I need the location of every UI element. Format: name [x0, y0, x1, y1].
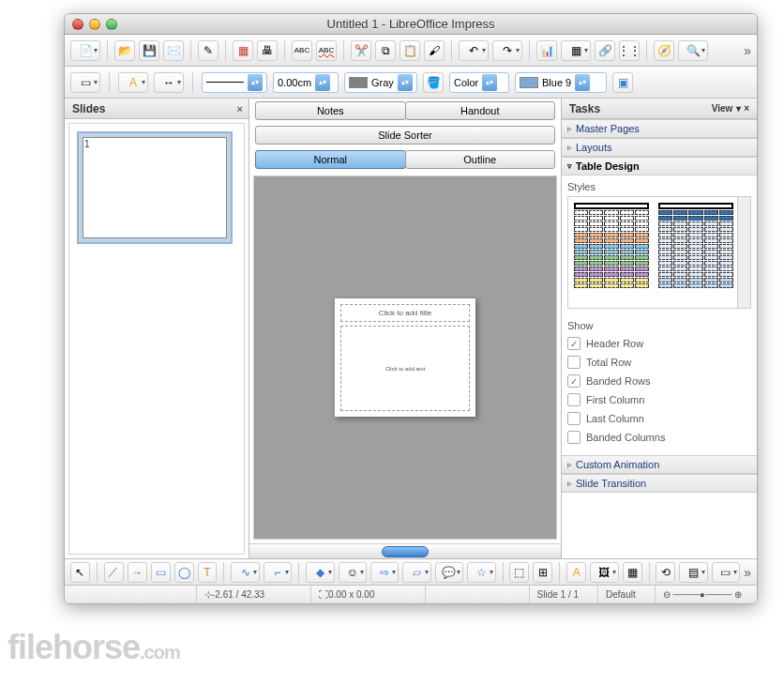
tab-slide-sorter[interactable]: Slide Sorter [255, 126, 555, 145]
rotate-tool[interactable]: ⟲ [656, 562, 675, 583]
view-panel: Notes Handout Slide Sorter Normal Outlin… [249, 99, 562, 558]
show-label: Show [567, 320, 751, 331]
fill-type-combo[interactable]: Color▴▾ [449, 72, 509, 93]
block-arrows-tool[interactable]: ⇨ [370, 562, 399, 583]
clone-format-button[interactable]: 🖌 [424, 40, 445, 61]
flowchart-tool[interactable]: ▱ [402, 562, 430, 583]
print-button[interactable]: 🖶 [257, 40, 278, 61]
arrange-tool[interactable]: ▭ [712, 562, 740, 583]
line-style-combo[interactable]: ▴▾ [202, 72, 267, 93]
line-fill-toolbar: ▭ A ↔ ▴▾ 0.00cm▴▾ Gray▴▾ 🪣 Color▴▾ Blue … [65, 67, 757, 99]
shadow-button[interactable]: ▣ [612, 72, 633, 93]
status-slide: Slide 1 / 1 [529, 586, 586, 603]
ellipse-tool[interactable]: ◯ [174, 562, 194, 583]
points-tool[interactable]: ⬚ [509, 562, 529, 583]
area-style-button[interactable]: 🪣 [423, 72, 444, 93]
horizontal-scrollbar[interactable] [249, 543, 561, 558]
zoom-controls[interactable]: ⊖ ────●──── ⊕ [655, 586, 749, 603]
chk-first-column[interactable]: First Column [567, 393, 751, 406]
toolbar-overflow-icon[interactable]: » [744, 565, 751, 580]
status-bar: ⊹ -2.61 / 42.33 ⛶ 0.00 x 0.00 Slide 1 / … [65, 585, 757, 603]
table-styles-grid[interactable] [567, 196, 751, 309]
app-window: Untitled 1 - LibreOffice Impress 📄 📂 💾 ✉… [64, 13, 758, 604]
slides-panel: Slides × 1 [65, 99, 249, 558]
status-size: ⛶ 0.00 x 0.00 [310, 586, 414, 603]
arrow-style-button[interactable]: ↔ [154, 72, 184, 93]
autospell-button[interactable]: ABC [316, 40, 337, 61]
slides-panel-header: Slides × [65, 99, 249, 119]
basic-shapes-tool[interactable]: ◆ [306, 562, 334, 583]
copy-button[interactable]: ⧉ [375, 40, 396, 61]
section-custom-animation[interactable]: ▹Custom Animation [562, 455, 757, 474]
chart-button[interactable]: 📊 [536, 40, 557, 61]
styles-label: Styles [567, 181, 751, 192]
align-tool[interactable]: ▤ [679, 562, 707, 583]
pdf-export-button[interactable]: ▦ [233, 40, 253, 61]
email-button[interactable]: ✉️ [163, 40, 184, 61]
cut-button[interactable]: ✂️ [351, 40, 371, 61]
symbol-shapes-tool[interactable]: ☺ [339, 562, 367, 583]
grid-button[interactable]: ⋮⋮ [619, 40, 640, 61]
section-slide-transition[interactable]: ▹Slide Transition [562, 474, 757, 493]
spellcheck-button[interactable]: ABC [292, 40, 312, 61]
line-width-field[interactable]: 0.00cm▴▾ [273, 72, 339, 93]
title-placeholder[interactable]: Click to add title [340, 304, 470, 322]
line-color-combo[interactable]: Gray▴▾ [344, 72, 417, 93]
gallery-button[interactable]: ▦ [623, 562, 642, 583]
standard-toolbar: 📄 📂 💾 ✉️ ✎ ▦ 🖶 ABC ABC ✂️ ⧉ 📋 🖌 ↶ ↷ 📊 ▦ … [65, 35, 757, 67]
fill-color-combo[interactable]: Blue 9▴▾ [515, 72, 607, 93]
hyperlink-button[interactable]: 🔗 [595, 40, 615, 61]
watermark-logo: filehorse.com [8, 628, 180, 667]
tab-outline[interactable]: Outline [405, 150, 556, 169]
tab-normal[interactable]: Normal [255, 150, 406, 169]
paste-button[interactable]: 📋 [400, 40, 420, 61]
text-tool[interactable]: T [198, 562, 218, 583]
undo-button[interactable]: ↶ [459, 40, 489, 61]
arrow-tool[interactable]: → [128, 562, 147, 583]
tab-handout[interactable]: Handout [405, 101, 556, 120]
zoom-button[interactable]: 🔍 [678, 40, 708, 61]
open-button[interactable]: 📂 [114, 40, 135, 61]
table-button[interactable]: ▦ [561, 40, 591, 61]
drawing-toolbar: ↖ ／ → ▭ ◯ T ∿ ⌐ ◆ ☺ ⇨ ▱ 💬 ☆ ⬚ ⊞ A 🖼 ▦ ⟲ … [65, 558, 757, 585]
tasks-panel: Tasks View ▾ × ▹Master Pages ▹Layouts ▿T… [562, 99, 757, 558]
styles-scrollbar[interactable] [737, 197, 750, 308]
rect-tool[interactable]: ▭ [151, 562, 171, 583]
section-layouts[interactable]: ▹Layouts [562, 138, 757, 157]
content-placeholder[interactable]: Click to add text [340, 326, 470, 411]
slide-thumbnail[interactable]: 1 [77, 131, 233, 244]
from-file-button[interactable]: 🖼 [590, 562, 618, 583]
connector-tool[interactable]: ⌐ [264, 562, 292, 583]
section-master-pages[interactable]: ▹Master Pages [562, 119, 757, 138]
chk-banded-rows[interactable]: ✓Banded Rows [567, 374, 751, 388]
new-doc-button[interactable]: 📄 [70, 40, 100, 61]
slide-layout-button[interactable]: ▭ [70, 72, 100, 93]
stars-tool[interactable]: ☆ [467, 562, 495, 583]
edit-button[interactable]: ✎ [198, 40, 219, 61]
navigator-button[interactable]: 🧭 [654, 40, 674, 61]
callout-tool[interactable]: 💬 [435, 562, 463, 583]
chk-banded-columns[interactable]: Banded Columns [567, 431, 751, 444]
select-tool[interactable]: ↖ [70, 562, 90, 583]
fontwork-gallery-button[interactable]: A [566, 562, 586, 583]
toolbar-overflow-icon[interactable]: » [744, 43, 751, 58]
close-icon[interactable]: × [237, 103, 243, 114]
save-button[interactable]: 💾 [139, 40, 159, 61]
chk-total-row[interactable]: Total Row [567, 356, 751, 369]
section-table-design[interactable]: ▿Table Design [562, 157, 757, 175]
status-layout[interactable]: Default [597, 586, 643, 603]
tasks-view-menu[interactable]: View ▾ × [712, 103, 749, 114]
status-coords: ⊹ -2.61 / 42.33 [196, 586, 299, 603]
curve-tool[interactable]: ∿ [231, 562, 259, 583]
chk-last-column[interactable]: Last Column [567, 412, 751, 425]
tab-notes[interactable]: Notes [255, 101, 406, 120]
line-tool[interactable]: ／ [104, 562, 124, 583]
chk-header-row[interactable]: ✓Header Row [567, 337, 751, 350]
titlebar[interactable]: Untitled 1 - LibreOffice Impress [65, 14, 757, 35]
tasks-panel-header: Tasks View ▾ × [562, 99, 757, 119]
window-title: Untitled 1 - LibreOffice Impress [65, 17, 757, 31]
gluepoints-tool[interactable]: ⊞ [533, 562, 552, 583]
redo-button[interactable]: ↷ [492, 40, 522, 61]
slide-editor[interactable]: Click to add title Click to add text [253, 175, 557, 540]
fontwork-button[interactable]: A [118, 72, 148, 93]
